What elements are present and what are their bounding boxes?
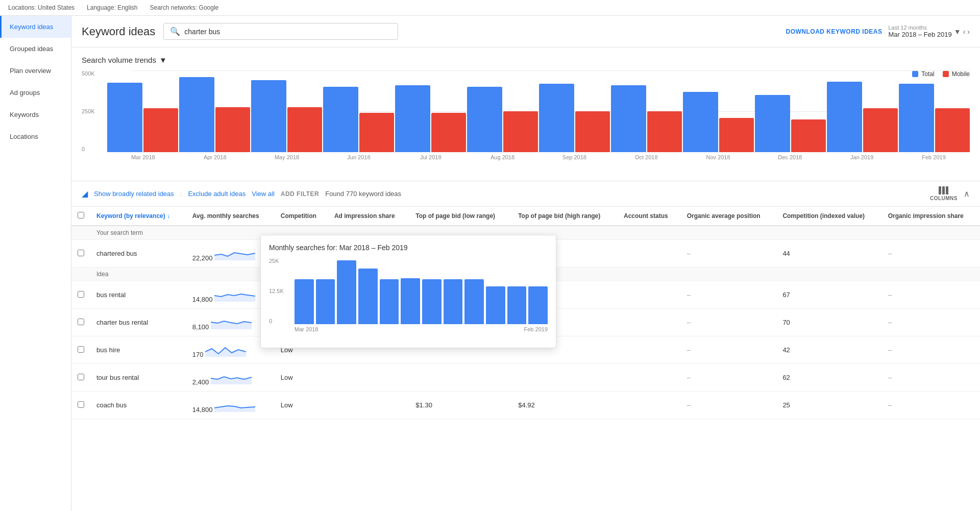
page-title: Keyword ideas — [82, 25, 155, 38]
bar-group-8 — [683, 92, 754, 152]
svg-marker-3 — [205, 348, 246, 357]
chart-title[interactable]: Search volume trends ▼ — [82, 56, 970, 64]
x-label-6: Sep 2018 — [538, 154, 610, 160]
columns-button[interactable]: COLUMNS — [930, 186, 958, 201]
sidebar-item-grouped-ideas[interactable]: Grouped ideas — [0, 38, 71, 60]
bar-group-9 — [755, 95, 826, 152]
select-all-checkbox[interactable] — [78, 212, 84, 218]
view-all-link[interactable]: View all — [252, 190, 275, 198]
tooltip-bar-0 — [295, 279, 314, 324]
exclude-adult-ideas-link[interactable]: Exclude adult ideas — [188, 190, 246, 198]
ad-impression-coach-bus — [328, 392, 409, 419]
column-header-keyword[interactable]: Keyword (by relevance) ↓ — [90, 207, 186, 226]
collapse-button[interactable]: ∧ — [964, 189, 970, 199]
sidebar-item-keywords[interactable]: Keywords — [0, 104, 71, 126]
column-header-organic-impression[interactable]: Organic impression share — [882, 207, 980, 226]
column-header-avg-searches[interactable]: Avg. monthly searches — [186, 207, 275, 226]
table-row: tour bus rental 2,400 Low – — [71, 364, 980, 392]
chart-dropdown-icon: ▼ — [159, 56, 167, 64]
columns-icon — [939, 186, 948, 194]
account-status-chartered-bus — [618, 240, 681, 267]
bar-group-1 — [179, 77, 250, 152]
tooltip-bar-11 — [528, 286, 548, 324]
column-header-organic-avg[interactable]: Organic average position — [681, 207, 777, 226]
x-label-9: Dec 2018 — [754, 154, 826, 160]
row-checkbox-chartered-bus[interactable] — [78, 250, 84, 256]
chart-container: Total Mobile 500K 250K 0 — [82, 70, 970, 173]
total-bar-3 — [323, 87, 358, 152]
sparkline-tour-bus-rental — [211, 369, 252, 384]
sidebar-item-locations[interactable]: Locations — [0, 126, 71, 148]
sidebar-item-plan-overview[interactable]: Plan overview — [0, 60, 71, 82]
competition-indexed-bus-hire: 42 — [776, 336, 881, 364]
tooltip-bar-1 — [316, 279, 335, 324]
tooltip-x-start: Mar 2018 — [295, 326, 318, 332]
search-input[interactable] — [184, 28, 391, 36]
x-label-1: Apr 2018 — [179, 154, 251, 160]
content-header: Keyword ideas 🔍 DOWNLOAD KEYWORD IDEAS L… — [71, 16, 980, 47]
organic-impression-coach-bus: – — [882, 392, 980, 419]
row-checkbox-coach-bus[interactable] — [78, 401, 84, 408]
column-header-competition-indexed[interactable]: Competition (indexed value) — [776, 207, 881, 226]
competition-indexed-charter-bus-rental: 70 — [776, 309, 881, 336]
tooltip-bar-10 — [507, 286, 527, 324]
bar-group-4 — [395, 85, 466, 152]
show-broadly-related-link[interactable]: Show broadly related ideas — [94, 190, 174, 198]
top-bar: Locations: United States Language: Engli… — [0, 0, 980, 16]
x-label-3: Jun 2018 — [323, 154, 395, 160]
download-keyword-ideas-button[interactable]: DOWNLOAD KEYWORD IDEAS — [786, 28, 882, 35]
column-header-bid-low[interactable]: Top of page bid (low range) — [409, 207, 512, 226]
organic-avg-bus-rental: – — [681, 281, 777, 309]
add-filter-button[interactable]: ADD FILTER — [281, 190, 319, 198]
mobile-bar-5 — [503, 111, 538, 152]
tooltip-x-end: Feb 2019 — [524, 326, 548, 332]
sidebar-item-keyword-ideas[interactable]: Keyword ideas — [0, 16, 71, 38]
bar-group-0 — [107, 83, 178, 152]
organic-avg-chartered-bus: – — [681, 240, 777, 267]
row-checkbox-charter-bus-rental[interactable] — [78, 319, 84, 325]
mobile-bar-8 — [719, 118, 754, 152]
column-header-ad-impression[interactable]: Ad impression share — [328, 207, 409, 226]
bar-group-11 — [899, 84, 970, 152]
column-header-bid-high[interactable]: Top of page bid (high range) — [512, 207, 618, 226]
total-bar-7 — [611, 85, 646, 152]
tooltip-bar-2 — [337, 260, 356, 324]
select-all-header[interactable] — [71, 207, 90, 226]
row-checkbox-bus-rental[interactable] — [78, 291, 84, 298]
date-dropdown-arrow[interactable]: ▼ — [954, 28, 961, 36]
ad-impression-tour-bus-rental — [328, 364, 409, 392]
row-checkbox-tour-bus-rental[interactable] — [78, 374, 84, 380]
header-right: DOWNLOAD KEYWORD IDEAS Last 12 months Ma… — [786, 25, 970, 38]
mobile-bar-11 — [935, 108, 970, 152]
sparkline-bus-rental — [214, 286, 255, 302]
bid-low-tour-bus-rental — [409, 364, 512, 392]
date-next-arrow[interactable]: › — [967, 28, 970, 36]
filter-bar: ◢ Show broadly related ideas ; Exclude a… — [71, 181, 980, 207]
avg-searches-tour-bus-rental: 2,400 — [186, 364, 275, 392]
mobile-bar-7 — [647, 111, 682, 152]
total-bar-2 — [251, 80, 286, 152]
tooltip-y-labels: 25K 12.5K 0 — [269, 258, 284, 324]
row-checkbox-bus-hire[interactable] — [78, 346, 84, 353]
chart-x-labels: Mar 2018Apr 2018May 2018Jun 2018Jul 2018… — [82, 154, 970, 160]
total-bar-11 — [899, 84, 934, 152]
column-header-competition[interactable]: Competition — [275, 207, 328, 226]
date-range-selector[interactable]: Last 12 months Mar 2018 – Feb 2019 ▼ ‹ › — [888, 25, 970, 38]
search-icon: 🔍 — [170, 27, 180, 36]
total-bar-9 — [755, 95, 790, 152]
tooltip-bar-9 — [486, 286, 505, 324]
competition-indexed-chartered-bus: 44 — [776, 240, 881, 267]
date-prev-arrow[interactable]: ‹ — [963, 28, 966, 36]
organic-impression-charter-bus-rental: – — [882, 309, 980, 336]
date-range-value: Mar 2018 – Feb 2019 — [888, 31, 951, 38]
organic-impression-chartered-bus: – — [882, 240, 980, 267]
keyword-bus-rental: bus rental — [90, 281, 186, 309]
tooltip-bar-6 — [422, 279, 442, 324]
sidebar-item-ad-groups[interactable]: Ad groups — [0, 82, 71, 104]
organic-impression-tour-bus-rental: – — [882, 364, 980, 392]
total-bar-8 — [683, 92, 718, 152]
mobile-bar-0 — [143, 108, 179, 152]
column-header-account-status[interactable]: Account status — [618, 207, 681, 226]
account-status-bus-hire — [618, 336, 681, 364]
organic-impression-bus-rental: – — [882, 281, 980, 309]
